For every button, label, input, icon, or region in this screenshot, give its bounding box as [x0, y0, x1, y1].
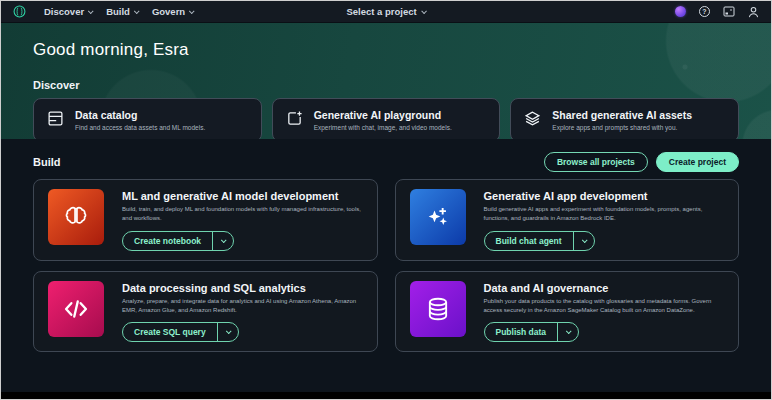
database-icon [410, 281, 466, 337]
amazon-q-assistant-icon[interactable] [675, 6, 686, 17]
card-data-catalog[interactable]: Data catalog Find and access data assets… [33, 98, 262, 139]
nav-menu-label: Build [106, 6, 130, 17]
code-icon [48, 281, 104, 337]
create-sql-query-split-button[interactable]: Create SQL query [122, 322, 239, 342]
create-notebook-button[interactable]: Create notebook [123, 232, 212, 250]
card-title: Data processing and SQL analytics [122, 282, 363, 294]
build-section: Build Browse all projects Create project… [1, 152, 771, 352]
project-selector-label: Select a project [346, 6, 416, 17]
card-data-ai-governance[interactable]: Data and AI governance Publish your data… [395, 271, 740, 353]
bottom-bar [1, 392, 771, 399]
card-shared-generative-ai-assets[interactable]: Shared generative AI assets Explore apps… [510, 98, 739, 139]
card-title: ML and generative AI model development [122, 190, 363, 202]
card-title: Data catalog [75, 109, 205, 122]
card-description: Analyze, prepare, and integrate data for… [122, 297, 363, 316]
help-icon[interactable]: ? [699, 6, 710, 17]
card-description: Build generative AI apps and experiment … [484, 205, 725, 224]
build-card-grid: ML and generative AI model development B… [33, 179, 739, 352]
layers-icon [524, 110, 541, 131]
card-generative-ai-playground[interactable]: Generative AI playground Experiment with… [272, 98, 501, 139]
card-description: Experiment with chat, image, and video m… [314, 124, 452, 131]
sagemaker-logo-icon[interactable] [13, 5, 26, 18]
card-description: Build, train, and deploy ML and foundati… [122, 205, 363, 224]
hero-banner: Good morning, Esra Discover Data catalog… [1, 23, 771, 139]
discover-section-title: Discover [33, 79, 739, 91]
brain-icon [48, 189, 104, 245]
playground-icon [286, 110, 303, 131]
greeting-heading: Good morning, Esra [33, 40, 739, 60]
chevron-down-icon [134, 8, 140, 14]
chevron-down-icon [88, 8, 94, 14]
create-project-button[interactable]: Create project [656, 152, 739, 172]
card-description: Publish your data products to the catalo… [484, 297, 725, 316]
nav-menu-govern[interactable]: Govern [152, 6, 193, 17]
publish-data-split-button[interactable]: Publish data [484, 322, 580, 342]
card-title: Shared generative AI assets [552, 109, 692, 122]
browse-all-projects-button[interactable]: Browse all projects [544, 152, 648, 172]
split-button-dropdown[interactable] [574, 232, 594, 250]
split-button-dropdown[interactable] [558, 323, 578, 341]
chevron-down-icon [566, 329, 572, 335]
project-selector[interactable]: Select a project [346, 6, 425, 17]
card-data-processing-sql[interactable]: Data processing and SQL analytics Analyz… [33, 271, 378, 353]
card-title: Data and AI governance [484, 282, 725, 294]
card-generative-ai-app-development[interactable]: Generative AI app development Build gene… [395, 179, 740, 261]
nav-utilities: ? [675, 6, 759, 18]
nav-menu-label: Govern [152, 6, 185, 17]
card-title: Generative AI playground [314, 109, 452, 122]
nav-menu-label: Discover [44, 6, 84, 17]
chevron-down-icon [421, 8, 427, 14]
split-button-dropdown[interactable] [213, 232, 233, 250]
profile-icon[interactable] [748, 6, 759, 18]
card-description: Explore apps and prompts shared with you… [552, 124, 692, 131]
publish-data-button[interactable]: Publish data [485, 323, 558, 341]
create-notebook-split-button[interactable]: Create notebook [122, 231, 234, 251]
card-ml-model-development[interactable]: ML and generative AI model development B… [33, 179, 378, 261]
card-description: Find and access data assets and ML model… [75, 124, 205, 131]
app-window: Discover Build Govern Select a project ? [0, 0, 772, 400]
nav-menu-discover[interactable]: Discover [44, 6, 92, 17]
card-title: Generative AI app development [484, 190, 725, 202]
build-section-title: Build [33, 156, 61, 168]
chevron-down-icon [582, 237, 588, 243]
create-sql-query-button[interactable]: Create SQL query [123, 323, 217, 341]
chevron-down-icon [189, 8, 195, 14]
build-chat-agent-button[interactable]: Build chat agent [485, 232, 573, 250]
top-navigation: Discover Build Govern Select a project ? [1, 1, 771, 23]
catalog-icon [47, 110, 64, 131]
sparkles-icon [410, 189, 466, 245]
chevron-down-icon [226, 329, 232, 335]
split-button-dropdown[interactable] [218, 323, 238, 341]
nav-menu-build[interactable]: Build [106, 6, 138, 17]
build-chat-agent-split-button[interactable]: Build chat agent [484, 231, 595, 251]
feedback-icon[interactable] [723, 6, 735, 17]
chevron-down-icon [221, 237, 227, 243]
discover-card-row: Data catalog Find and access data assets… [33, 98, 739, 139]
